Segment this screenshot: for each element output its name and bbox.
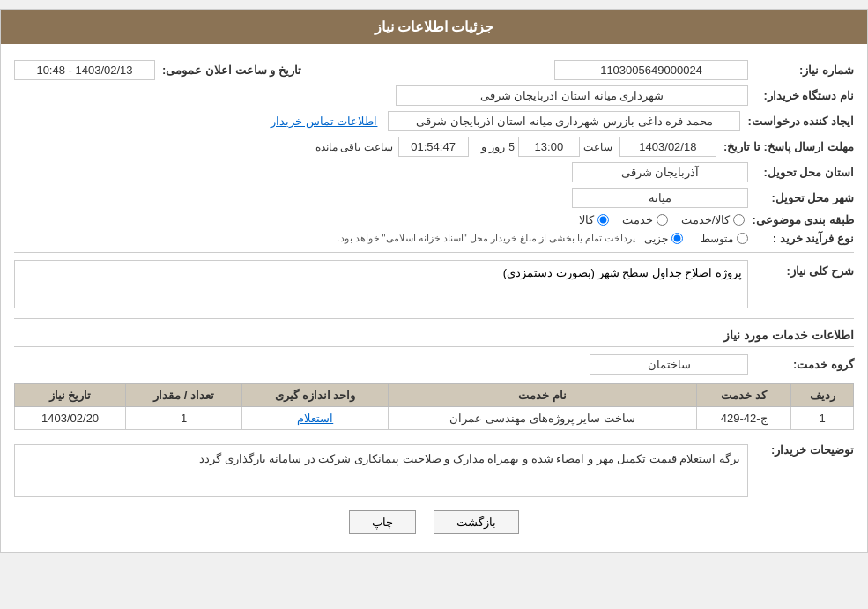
page-title: جزئیات اطلاعات نیاز — [375, 19, 494, 34]
province-value: آذربایجان شرقی — [572, 162, 748, 182]
col-date: تاریخ نیاز — [15, 384, 126, 407]
process-note: پرداخت تمام یا بخشی از مبلغ خریدار محل "… — [337, 233, 635, 244]
radio-service[interactable] — [657, 214, 668, 226]
contact-link[interactable]: اطلاعات تماس خریدار — [271, 115, 377, 128]
services-table-section: ردیف کد خدمت نام خدمت واحد اندازه گیری ت… — [14, 383, 854, 430]
service-group-value: ساختمان — [590, 354, 748, 375]
creator-value: محمد فره داغی بازرس شهرداری میانه استان … — [388, 111, 740, 131]
radio-medium[interactable] — [737, 233, 748, 244]
org-name-label: نام دستگاه خریدار: — [748, 89, 854, 102]
description-section-label: شرح کلی نیاز: — [748, 260, 854, 278]
public-announcement-label: تاریخ و ساعت اعلان عمومی: — [155, 63, 301, 77]
category-group: کالا/خدمت خدمت کالا — [579, 213, 746, 227]
table-cell-service_name: ساخت سایر پروژه‌های مهندسی عمران — [389, 407, 697, 430]
city-value: میانه — [572, 188, 748, 208]
send-deadline-time-label: ساعت — [583, 141, 612, 153]
col-quantity: تعداد / مقدار — [126, 384, 242, 407]
buyer-notes-box: برگه استعلام قیمت تکمیل مهر و امضاء شده … — [14, 444, 748, 497]
col-service-name: نام خدمت — [389, 384, 697, 407]
category-label: طبقه بندی موضوعی: — [745, 213, 854, 227]
category-service[interactable]: خدمت — [622, 213, 668, 227]
radio-partial[interactable] — [671, 233, 683, 244]
description-textarea[interactable] — [14, 260, 748, 308]
table-cell-row_num: 1 — [791, 407, 854, 430]
creator-label: ایجاد کننده درخواست: — [740, 115, 854, 128]
province-label: استان محل تحویل: — [748, 166, 854, 179]
send-deadline-time: 13:00 — [518, 137, 580, 157]
col-unit: واحد اندازه گیری — [242, 384, 389, 407]
footer-buttons: بازگشت چاپ — [14, 510, 854, 534]
col-row-num: ردیف — [791, 384, 854, 407]
col-service-code: کد خدمت — [696, 384, 790, 407]
category-goods-service[interactable]: کالا/خدمت — [681, 213, 746, 227]
process-type-group: متوسط جزیی — [644, 233, 748, 245]
table-cell-date: 1403/02/20 — [15, 407, 126, 430]
process-type-label: نوع فرآیند خرید : — [748, 232, 854, 245]
services-table: ردیف کد خدمت نام خدمت واحد اندازه گیری ت… — [14, 383, 854, 430]
tender-number-value: 1103005649000024 — [554, 60, 748, 80]
process-partial[interactable]: جزیی — [644, 233, 683, 245]
services-section-title: اطلاعات خدمات مورد نیاز — [14, 328, 854, 347]
category-goods[interactable]: کالا — [579, 213, 609, 227]
public-announcement-value: 1403/02/13 - 10:48 — [14, 60, 155, 80]
buyer-notes-value: برگه استعلام قیمت تکمیل مهر و امضاء شده … — [199, 452, 740, 465]
tender-number-label: شماره نیاز: — [748, 63, 854, 77]
city-label: شهر محل تحویل: — [748, 191, 854, 204]
remaining-time-label: ساعت باقی مانده — [315, 141, 393, 153]
service-group-label: گروه خدمت: — [748, 358, 854, 371]
print-button[interactable]: چاپ — [349, 510, 416, 534]
table-cell-unit[interactable]: استعلام — [242, 407, 389, 430]
buyer-notes-label: توضیحات خریدار: — [748, 439, 854, 457]
back-button[interactable]: بازگشت — [434, 510, 519, 534]
send-deadline-days: 5 — [508, 141, 515, 153]
org-name-value: شهرداری میانه استان اذربایجان شرقی — [396, 85, 748, 106]
radio-goods[interactable] — [597, 214, 609, 226]
page-header: جزئیات اطلاعات نیاز — [1, 10, 867, 44]
table-row: 1ج-42-429ساخت سایر پروژه‌های مهندسی عمرا… — [15, 407, 854, 430]
send-deadline-label: مهلت ارسال پاسخ: تا تاریخ: — [716, 140, 854, 153]
process-medium[interactable]: متوسط — [701, 233, 748, 245]
table-cell-quantity: 1 — [126, 407, 242, 430]
remaining-time-value: 01:54:47 — [398, 137, 469, 157]
table-cell-service_code: ج-42-429 — [696, 407, 790, 430]
send-deadline-days-label: روز و — [481, 140, 506, 153]
radio-goods-service[interactable] — [733, 214, 745, 226]
send-deadline-date: 1403/02/18 — [619, 137, 716, 157]
